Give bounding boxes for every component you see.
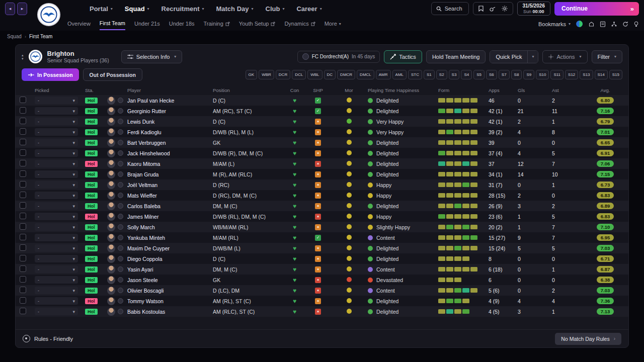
player-name[interactable]: James Milner xyxy=(127,214,213,220)
picked-dropdown[interactable]: -▾ xyxy=(35,308,78,315)
col-apps[interactable]: Apps xyxy=(489,87,518,93)
position-filter-s14[interactable]: S14 xyxy=(595,70,608,79)
row-checkbox[interactable] xyxy=(20,276,26,283)
col-picked[interactable]: Picked xyxy=(35,87,85,93)
position-filter-gk[interactable]: GK xyxy=(246,70,258,79)
col-con[interactable]: Con xyxy=(290,87,299,93)
search-box[interactable]: Search xyxy=(431,2,469,15)
player-name[interactable]: Mats Wieffer xyxy=(127,193,213,199)
table-row[interactable]: -▾ Hol Yankuba Minteh M/AM (RL) ♥ ✓ Cont… xyxy=(16,232,628,243)
row-checkbox[interactable] xyxy=(20,97,26,103)
player-name[interactable]: Joël Veltman xyxy=(127,182,213,188)
table-row[interactable]: -▾ Hol Jan Paul van Hecke D (C) ♥ ✓ Deli… xyxy=(16,95,628,106)
hold-team-meeting-button[interactable]: Hold Team Meeting xyxy=(426,50,486,63)
next-match-badge[interactable]: FC Dordrecht(A) In 45 days xyxy=(297,51,380,63)
table-row[interactable]: -▾ Hol Jack Hinshelwood D/WB (R), DM, M … xyxy=(16,148,628,158)
menu-club[interactable]: Club ▾ xyxy=(266,5,285,13)
tab-youth-setup[interactable]: Youth Setup xyxy=(239,18,276,30)
player-name[interactable]: Jan Paul van Hecke xyxy=(127,98,213,104)
player-name[interactable]: Jack Hinshelwood xyxy=(127,150,213,156)
row-checkbox[interactable] xyxy=(20,160,26,166)
gear-icon[interactable] xyxy=(502,6,508,12)
position-filter-s1[interactable]: S1 xyxy=(424,70,435,79)
menu-recruitment[interactable]: Recruitment ▾ xyxy=(162,5,204,13)
table-row[interactable]: -▾ Hol Georginio Rutter AM (RC), ST (C) … xyxy=(16,106,628,116)
table-row[interactable]: -▾ Hol Yasin Ayari DM, M (C) ♥ × Content… xyxy=(16,264,628,275)
picked-dropdown[interactable]: -▾ xyxy=(35,118,78,125)
player-name[interactable]: Georginio Rutter xyxy=(127,108,213,114)
continue-button[interactable]: Continue » xyxy=(554,2,639,16)
tab-dynamics[interactable]: Dynamics xyxy=(284,18,315,30)
position-filter-wbl[interactable]: WBL xyxy=(307,70,322,79)
position-filter-s11[interactable]: S11 xyxy=(550,70,564,79)
tactics-button[interactable]: Tactics xyxy=(384,50,422,63)
table-row[interactable]: -▾ Hol Kaoru Mitoma M/AM (L) ♥ × Delight… xyxy=(16,158,628,169)
row-checkbox[interactable] xyxy=(20,118,26,124)
position-filter-s3[interactable]: S3 xyxy=(449,70,460,79)
row-checkbox[interactable] xyxy=(20,181,26,188)
collapse-down-icon[interactable]: ▾ xyxy=(22,57,24,60)
position-filter-s15[interactable]: S15 xyxy=(609,70,622,79)
position-filter-s10[interactable]: S10 xyxy=(536,70,549,79)
menu-career[interactable]: Career ▾ xyxy=(296,5,321,13)
col-sta[interactable]: Sta. xyxy=(85,87,107,93)
menu-squad[interactable]: Squad ▾ xyxy=(125,5,149,13)
position-filter-s8[interactable]: S8 xyxy=(511,70,522,79)
tab-overview[interactable]: Overview xyxy=(67,18,91,30)
position-filter-s13[interactable]: S13 xyxy=(580,70,593,79)
col-shp[interactable]: SHP xyxy=(313,87,323,93)
player-name[interactable]: Maxim De Cuyper xyxy=(127,245,213,251)
picked-dropdown[interactable]: -▾ xyxy=(35,149,78,157)
no-match-day-rules-button[interactable]: No Match Day Rules › xyxy=(555,333,621,345)
row-checkbox[interactable] xyxy=(20,297,26,304)
position-filter-s6[interactable]: S6 xyxy=(486,70,497,79)
menu-portal[interactable]: Portal ▾ xyxy=(90,5,113,13)
picked-dropdown[interactable]: -▾ xyxy=(35,139,78,146)
picked-dropdown[interactable]: -▾ xyxy=(35,202,78,210)
picked-dropdown[interactable]: -▾ xyxy=(35,255,78,262)
player-name[interactable]: Brajan Gruda xyxy=(127,171,213,177)
player-name[interactable]: Babis Kostoulas xyxy=(127,309,213,315)
player-name[interactable]: Tommy Watson xyxy=(127,298,213,304)
row-checkbox[interactable] xyxy=(20,149,26,156)
col-avg[interactable]: Avg. xyxy=(601,87,610,93)
table-row[interactable]: -▾ Hol James Milner D/WB (RL), DM, M (C)… xyxy=(16,211,628,222)
position-filter-dcr[interactable]: DCR xyxy=(276,70,290,79)
tab-first-team[interactable]: First Team xyxy=(100,18,125,30)
whistle-icon[interactable] xyxy=(490,6,496,12)
position-filter-amr[interactable]: AMR xyxy=(376,70,391,79)
table-row[interactable]: -▾ Hol Joël Veltman D (RC) ♥ × Happy 31 … xyxy=(16,179,628,190)
refresh-icon[interactable] xyxy=(622,21,628,27)
org-chart-icon[interactable] xyxy=(611,21,617,27)
idea-bulb-icon[interactable] xyxy=(633,21,639,27)
back-button[interactable]: ◂ xyxy=(5,3,15,15)
notes-icon[interactable] xyxy=(600,21,606,27)
picked-dropdown[interactable]: -▾ xyxy=(35,234,78,241)
table-row[interactable]: -▾ Hol Bart Verbruggen GK ♥ × Delighted … xyxy=(16,137,628,148)
table-row[interactable]: -▾ Hol Jason Steele GK ♥ × Devastated 6 … xyxy=(16,275,628,285)
table-row[interactable]: -▾ Hol Ferdi Kadioglu D/WB (RL), M (L) ♥… xyxy=(16,127,628,137)
col-ast[interactable]: Ast xyxy=(552,87,586,93)
picked-dropdown[interactable]: -▾ xyxy=(35,276,78,284)
picked-dropdown[interactable]: -▾ xyxy=(35,244,78,252)
row-checkbox[interactable] xyxy=(20,287,26,293)
player-name[interactable]: Solly March xyxy=(127,224,213,230)
row-checkbox[interactable] xyxy=(20,308,26,314)
tab-more[interactable]: More▾ xyxy=(325,18,341,30)
game-date[interactable]: 31/5/2026 Sun 00:00 xyxy=(517,2,551,16)
position-filter-s12[interactable]: S12 xyxy=(565,70,578,79)
table-row[interactable]: -▾ Hol Brajan Gruda M (R), AM (RLC) ♥ × … xyxy=(16,169,628,179)
table-row[interactable]: -▾ Hol Olivier Boscagli D (LC), DM ♥ × C… xyxy=(16,285,628,296)
position-filter-wbr[interactable]: WBR xyxy=(259,70,274,79)
tab-under-18s[interactable]: Under 18s xyxy=(169,18,195,30)
picked-dropdown[interactable]: -▾ xyxy=(35,213,78,220)
row-checkbox[interactable] xyxy=(20,128,26,135)
table-row[interactable]: -▾ Hol Tommy Watson AM (RL), ST (C) ♥ × … xyxy=(16,296,628,306)
row-checkbox[interactable] xyxy=(20,213,26,219)
quick-pick-dropdown[interactable]: ▾ xyxy=(527,51,538,63)
row-checkbox[interactable] xyxy=(20,234,26,240)
row-checkbox[interactable] xyxy=(20,170,26,177)
col-mor[interactable]: Mor xyxy=(345,87,353,93)
table-row[interactable]: -▾ Hol Solly March WB/M/AM (RL) ♥ × Slig… xyxy=(16,222,628,232)
player-name[interactable]: Olivier Boscagli xyxy=(127,288,213,294)
